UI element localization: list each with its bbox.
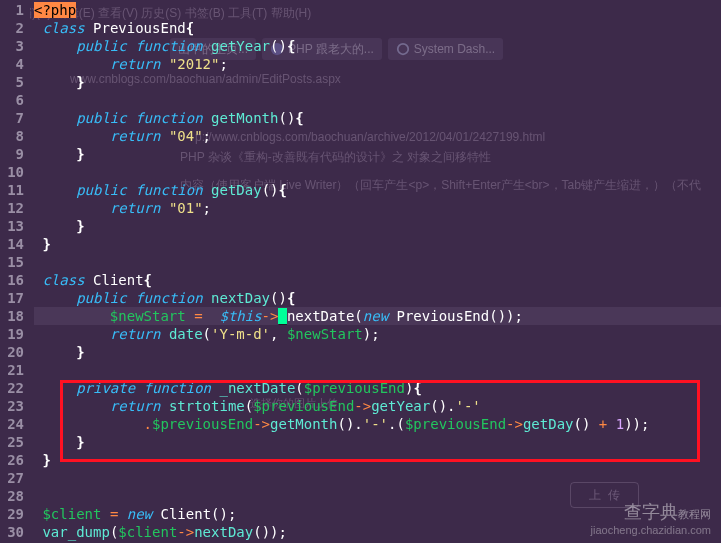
code-line: }: [34, 145, 721, 163]
code-line: class Client{: [34, 271, 721, 289]
code-line: }: [34, 235, 721, 253]
code-line: [34, 163, 721, 181]
code-line: public function getDay(){: [34, 181, 721, 199]
code-line: [34, 253, 721, 271]
code-line: public function getMonth(){: [34, 109, 721, 127]
code-line: }: [34, 433, 721, 451]
code-line: }: [34, 343, 721, 361]
watermark-main: 查字典教程网: [624, 503, 711, 523]
code-line: }: [34, 451, 721, 469]
code-line: private function _nextDate($previousEnd)…: [34, 379, 721, 397]
code-area[interactable]: <?php class PreviousEnd{ public function…: [30, 0, 721, 543]
code-line: }: [34, 73, 721, 91]
code-line: .$previousEnd->getMonth().'-'.($previous…: [34, 415, 721, 433]
watermark-domain: jiaocheng.chazidian.com: [591, 521, 711, 539]
code-line: return strtotime($previousEnd->getYear()…: [34, 397, 721, 415]
code-line: [34, 361, 721, 379]
code-line: return "01";: [34, 199, 721, 217]
code-line: }: [34, 217, 721, 235]
code-line: [34, 91, 721, 109]
code-line: [34, 469, 721, 487]
code-line-active: $newStart = $this->_nextDate(new Previou…: [34, 307, 721, 325]
code-line: public function nextDay(){: [34, 289, 721, 307]
line-number-gutter: 12345 678910 1112131415 1617181920 21222…: [0, 0, 30, 543]
code-line: return date('Y-m-d', $newStart);: [34, 325, 721, 343]
code-line: <?php: [34, 1, 721, 19]
code-line: class PreviousEnd{: [34, 19, 721, 37]
code-line: public function getYear(){: [34, 37, 721, 55]
code-line: return "04";: [34, 127, 721, 145]
code-line: [34, 487, 721, 505]
code-line: return "2012";: [34, 55, 721, 73]
code-editor[interactable]: 12345 678910 1112131415 1617181920 21222…: [0, 0, 721, 543]
cursor: _: [278, 308, 286, 324]
